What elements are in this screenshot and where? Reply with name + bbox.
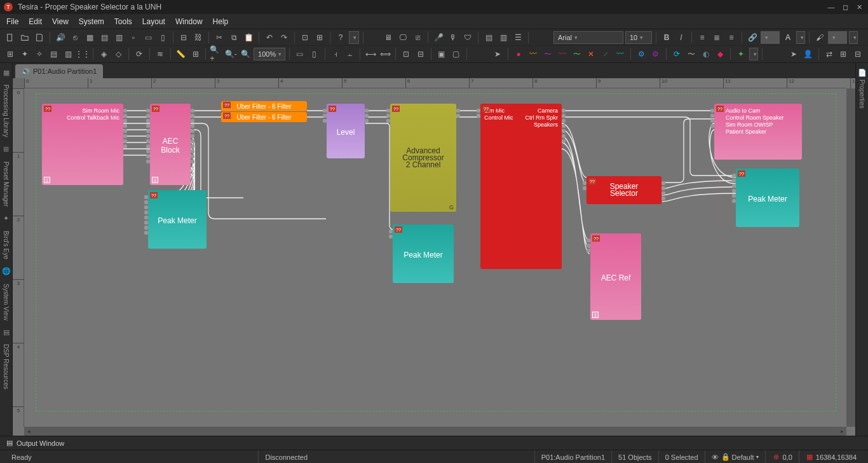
block-matrix-mux[interactable]: ?? Sim Mic Control Mic Camera Ctrl Rm Sp…	[480, 104, 562, 269]
node-red-icon[interactable]: 〰	[556, 48, 569, 60]
design-canvas[interactable]: ?? Sim Room Mic Control Talkback Mic 1 ?…	[24, 88, 846, 427]
sig-cyan-icon[interactable]: ⟳	[670, 48, 683, 60]
maximize-button[interactable]: ◻	[840, 2, 850, 12]
block-speaker-selector[interactable]: ?? Speaker Selector	[587, 176, 661, 204]
node-cyan-icon[interactable]: 〰	[614, 48, 627, 60]
paste-icon[interactable]: 📋	[242, 31, 255, 44]
mic-icon[interactable]: 🎤	[432, 31, 445, 44]
trans2-icon[interactable]: ⊟	[851, 48, 864, 60]
align1-icon[interactable]: ⫞	[329, 48, 342, 60]
sparkle-select[interactable]	[749, 48, 758, 60]
ungroup-icon[interactable]: ⊟	[414, 48, 427, 60]
pointer-icon[interactable]: ➤	[787, 48, 800, 60]
menu-system[interactable]: System	[79, 17, 104, 26]
processing-library-icon[interactable]: ▦	[2, 68, 11, 77]
block-advanced-compressor[interactable]: ?? Advanced Compressor 2 Channel G	[390, 104, 456, 212]
cut-icon[interactable]: ✂	[213, 31, 226, 44]
sig-pink-icon[interactable]: ◆	[714, 48, 726, 60]
birds-eye-tab[interactable]: Bird's Eye	[3, 228, 10, 262]
arrange1-icon[interactable]: ▭	[294, 48, 306, 60]
chain-icon[interactable]: ⛓	[192, 31, 205, 44]
back-icon[interactable]: ▢	[450, 48, 463, 60]
sig-half-icon[interactable]: ◐	[700, 48, 712, 60]
list2-icon[interactable]: ▥	[62, 48, 74, 60]
block-sim-room-mic[interactable]: ?? Sim Room Mic Control Talkback Mic 1	[42, 104, 123, 185]
dist1-icon[interactable]: ⟷	[364, 48, 377, 60]
sparkle-icon[interactable]: ✦	[735, 48, 747, 60]
line-color-select[interactable]	[828, 31, 847, 44]
copy-icon[interactable]: ⧉	[227, 31, 240, 44]
line-style-select[interactable]	[849, 31, 858, 44]
cursor-icon[interactable]: ➤	[491, 48, 504, 60]
node-green-icon[interactable]: 〜	[571, 48, 583, 60]
align-center-icon[interactable]: ≣	[710, 31, 723, 44]
block-level[interactable]: ?? Level	[327, 104, 365, 158]
dsp-resources-tab[interactable]: DSP Resources	[3, 342, 10, 392]
menu-edit[interactable]: Edit	[29, 17, 42, 26]
front-icon[interactable]: ▣	[435, 48, 448, 60]
fill-color-select[interactable]	[761, 31, 780, 44]
swap-icon[interactable]: ⇄	[823, 48, 836, 60]
user-icon[interactable]: 👤	[802, 48, 815, 60]
net3-icon[interactable]: ⎚	[411, 31, 424, 44]
zoom-out-icon[interactable]: 🔍-	[224, 48, 237, 60]
shield-icon[interactable]: 🛡	[461, 31, 474, 44]
scroll-right-icon[interactable]: ▸	[837, 427, 846, 436]
gear-blue-icon[interactable]: ⚙	[635, 48, 648, 60]
align-right-icon[interactable]: ≡	[725, 31, 738, 44]
panel3-icon[interactable]: ☰	[512, 31, 524, 44]
horizontal-scrollbar[interactable]: ◂ ▸	[24, 427, 846, 436]
zoom-select[interactable]: 100%	[254, 48, 285, 60]
system-view-tab[interactable]: System View	[3, 281, 10, 323]
panel1-icon[interactable]: ▤	[482, 31, 495, 44]
layer-icon[interactable]: ≋	[154, 48, 166, 60]
module3-icon[interactable]: ▥	[112, 31, 125, 44]
audio-icon[interactable]: 🔊	[54, 31, 67, 44]
dsp-resources-icon[interactable]: ▤	[2, 328, 11, 336]
block-aec[interactable]: ?? AEC Block 1	[150, 104, 191, 185]
block-aec-ref[interactable]: ?? AEC Ref 1	[590, 233, 641, 320]
link-icon[interactable]: 🔗	[746, 31, 759, 44]
align2-icon[interactable]: ⫠	[344, 48, 356, 60]
node-wave-icon[interactable]: 〰	[527, 48, 539, 60]
menu-window[interactable]: Window	[175, 17, 203, 26]
dots-icon[interactable]: ⋮⋮	[76, 48, 89, 60]
grid-col-icon[interactable]: ⊞	[4, 48, 17, 60]
block-uber-filter-1[interactable]: ?? Uber Filter - 6 Filter	[221, 101, 307, 111]
text-color-icon[interactable]: A	[782, 31, 794, 44]
document-tab[interactable]: 🔊 P01:Audio Partition1	[15, 64, 103, 78]
sig-wave-icon[interactable]: 〜	[685, 48, 698, 60]
close-button[interactable]: ✕	[854, 2, 864, 12]
redo-icon[interactable]: ↷	[278, 31, 290, 44]
font-size-select[interactable]: 10	[625, 31, 652, 44]
italic-icon[interactable]: I	[675, 31, 688, 44]
output-window-bar[interactable]: ▤ Output Window	[0, 436, 868, 450]
scroll-left-icon[interactable]: ◂	[24, 427, 33, 436]
trans-icon[interactable]: ⊞	[837, 48, 850, 60]
help-dropdown[interactable]	[349, 31, 359, 44]
panel2-icon[interactable]: ▥	[497, 31, 510, 44]
open-icon[interactable]	[18, 31, 31, 44]
glob2-icon[interactable]: ◇	[112, 48, 125, 60]
grid-icon[interactable]: ▫	[127, 31, 140, 44]
node-pink-icon[interactable]: ●	[512, 48, 525, 60]
menu-file[interactable]: File	[6, 17, 18, 26]
preset-manager-icon[interactable]: ⊞	[2, 145, 11, 154]
layout-icon[interactable]: ▭	[142, 31, 154, 44]
zoom-in-icon[interactable]: 🔍+	[210, 48, 222, 60]
grid2-icon[interactable]: ⊞	[189, 48, 202, 60]
refresh-icon[interactable]: ⟳	[133, 48, 146, 60]
glob1-icon[interactable]: ◈	[97, 48, 110, 60]
system-view-icon[interactable]: 🌐	[2, 267, 11, 276]
properties-tab[interactable]: Properties	[858, 77, 865, 111]
block-uber-filter-2[interactable]: ?? Uber Filter - 6 Filter	[221, 112, 307, 122]
save-icon[interactable]	[33, 31, 46, 44]
tree-icon[interactable]: ⊟	[177, 31, 190, 44]
brush-icon[interactable]: 🖌	[813, 31, 826, 44]
node-green2-icon[interactable]: ⟋	[599, 48, 612, 60]
module-icon[interactable]: ▦	[83, 31, 96, 44]
ruler-icon[interactable]: 📏	[175, 48, 187, 60]
arrange2-icon[interactable]: ▯	[308, 48, 321, 60]
undo-icon[interactable]: ↶	[263, 31, 276, 44]
task2-icon[interactable]: ⊞	[313, 31, 326, 44]
